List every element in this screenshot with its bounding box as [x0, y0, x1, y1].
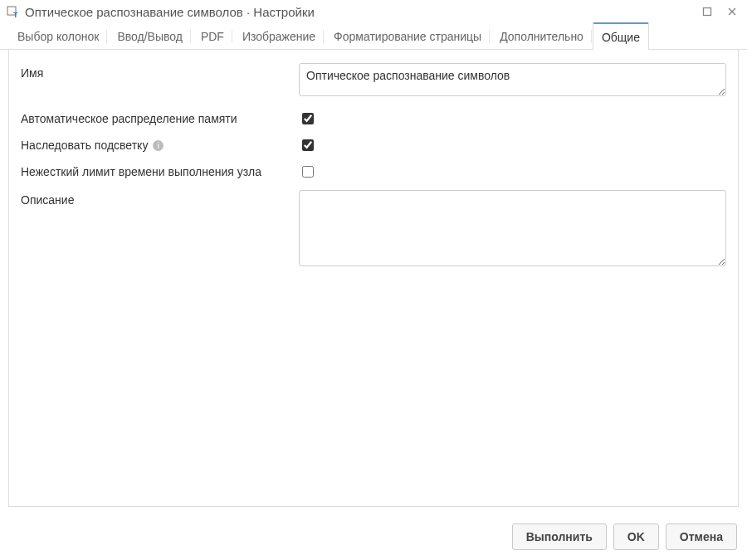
soft-limit-label: Нежесткий лимит времени выполнения узла: [21, 165, 299, 178]
cancel-button[interactable]: Отмена: [666, 523, 737, 550]
description-label: Описание: [21, 190, 299, 207]
window-title: Оптическое распознавание символов · Наст…: [25, 5, 701, 19]
inherit-highlight-label: Наследовать подсветку i: [21, 139, 299, 152]
maximize-icon[interactable]: [701, 5, 714, 19]
name-input[interactable]: [299, 63, 726, 96]
ok-button[interactable]: OK: [613, 523, 659, 550]
tab-columns[interactable]: Выбор колонок: [8, 22, 108, 50]
name-label: Имя: [21, 63, 299, 80]
footer: Выполнить OK Отмена: [0, 515, 747, 560]
tabs: Выбор колонок Ввод/Вывод PDF Изображение…: [0, 22, 747, 50]
svg-rect-2: [704, 8, 711, 16]
info-icon[interactable]: i: [153, 140, 164, 151]
tab-page-fmt[interactable]: Форматирование страницы: [325, 22, 491, 50]
auto-memory-label: Автоматическое распределение памяти: [21, 112, 299, 125]
tab-advanced[interactable]: Дополнительно: [491, 22, 593, 50]
svg-text:T: T: [13, 11, 18, 19]
description-input[interactable]: [299, 190, 726, 266]
tab-content: Имя Автоматическое распределение памяти …: [8, 50, 739, 507]
tab-io[interactable]: Ввод/Вывод: [108, 22, 191, 50]
tab-general[interactable]: Общие: [593, 22, 649, 50]
inherit-highlight-label-text: Наследовать подсветку: [21, 139, 148, 152]
app-icon: T: [7, 6, 20, 19]
titlebar: T Оптическое распознавание символов · На…: [0, 0, 747, 22]
tab-pdf[interactable]: PDF: [192, 22, 233, 50]
close-icon[interactable]: [725, 5, 739, 19]
inherit-highlight-checkbox[interactable]: [302, 139, 314, 151]
run-button[interactable]: Выполнить: [512, 523, 607, 550]
auto-memory-checkbox[interactable]: [302, 113, 314, 124]
tab-image[interactable]: Изображение: [233, 22, 325, 50]
soft-limit-checkbox[interactable]: [302, 166, 314, 178]
